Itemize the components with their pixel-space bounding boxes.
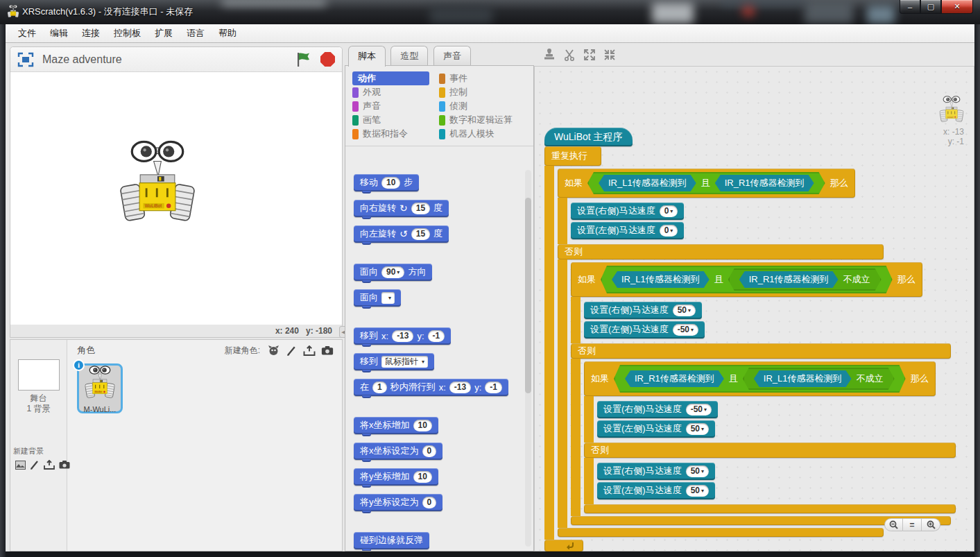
hat-block-main-program[interactable]: WuLiBot 主程序 [544,128,633,146]
camera-sprite-icon[interactable] [320,344,334,357]
if-else-block-1[interactable]: 如果 IR_L1传感器检测到 且 IR_R1传感器检测到 那么 [558,169,956,537]
number-dropdown[interactable]: 90▾ [381,266,404,278]
palette-scrollbar[interactable] [525,170,531,547]
category-operators[interactable]: 数字和逻辑运算 [439,113,531,127]
menu-item-5[interactable]: 语言 [180,25,212,42]
and-operator[interactable]: IR_L1传感器检测到 且 IR_R1传感器检测到 不成立 [601,266,893,293]
robot-sprite-on-stage[interactable] [120,140,195,230]
sensor-ir-l1[interactable]: IR_L1传感器检测到 [754,370,852,387]
number-input[interactable]: -13 [449,382,471,393]
block-point-direction[interactable]: 面向90▾方向 [354,264,432,281]
sensor-ir-l1[interactable]: IR_L1传感器检测到 [612,271,710,288]
script-stack[interactable]: WuLiBot 主程序 重复执行 如果 IR_L1传感器检测到 [544,128,956,551]
block-set-x[interactable]: 将x坐标设定为0 [354,443,442,460]
and-operator[interactable]: IR_R1传感器检测到 且 IR_L1传感器检测到 不成立 [614,365,906,393]
number-input[interactable]: -1 [428,330,445,342]
block-set-y[interactable]: 将y坐标设定为0 [354,494,442,511]
zoom-out-icon[interactable] [884,518,903,531]
block-turn-left[interactable]: 向左旋转↺15度 [354,225,449,243]
number-input[interactable]: 10 [413,471,432,483]
set-right-motor-block[interactable]: 设置(右侧)马达速度 0▾ [571,203,684,220]
upload-sprite-icon[interactable] [302,344,316,357]
palette-scrollbar-thumb[interactable] [525,198,531,393]
set-left-motor-block[interactable]: 设置(左侧)马达速度 0▾ [571,222,684,239]
set-left-motor-block[interactable]: 设置(左侧)马达速度 -50▾ [584,321,705,339]
menu-item-6[interactable]: 帮助 [212,25,243,42]
block-point-towards[interactable]: 面向▾ [354,289,401,307]
number-input[interactable]: 0 [422,445,437,457]
minimize-button[interactable]: – [900,0,920,14]
block-turn-right[interactable]: 向右旋转↻15度 [354,200,449,217]
shrink-icon[interactable] [603,48,617,62]
category-events[interactable]: 事件 [439,71,531,85]
number-input[interactable]: 15 [411,203,430,214]
script-canvas[interactable]: x: -13 y: -1 WuLiBot 主程序 重复执行 如果 [534,66,974,551]
number-input[interactable]: 1 [372,382,387,393]
close-button[interactable]: ✕ [941,0,973,14]
tab-scripts[interactable]: 脚本 [348,46,386,67]
set-left-motor-block[interactable]: 设置(左侧)马达速度 50▾ [597,482,715,499]
dropdown-input[interactable]: ▾ [381,292,395,304]
not-operator[interactable]: IR_R1传感器检测到 不成立 [728,268,882,291]
zoom-in-icon[interactable] [922,518,940,531]
block-bounce-on-edge[interactable]: 碰到边缘就反弹 [354,532,429,549]
info-icon[interactable]: i [73,359,85,371]
dropdown-input[interactable]: 鼠标指针▾ [381,356,428,368]
category-control[interactable]: 控制 [439,85,531,99]
menu-item-2[interactable]: 连接 [75,25,107,42]
and-operator[interactable]: IR_L1传感器检测到 且 IR_R1传感器检测到 [587,172,825,194]
menu-item-4[interactable]: 扩展 [148,25,180,42]
block-move-steps[interactable]: 移动10步 [354,174,419,191]
title-bar[interactable]: XRScratch(v1.6.3) - 没有连接串口 - 未保存 – ▢ ✕ [0,0,980,24]
number-input[interactable]: 15 [411,228,430,240]
category-sound[interactable]: 声音 [352,99,439,113]
new-sprite-library-icon[interactable] [266,344,280,357]
category-looks[interactable]: 外观 [352,85,439,99]
menu-item-1[interactable]: 编辑 [43,25,75,42]
menu-item-3[interactable]: 控制板 [107,25,148,42]
block-change-y[interactable]: 将y坐标增加10 [354,468,438,486]
block-glide-to[interactable]: 在1秒内滑行到x:-13y:-1 [354,379,508,396]
number-input[interactable]: 0 [422,497,437,508]
backdrop-library-icon[interactable] [15,459,26,471]
stop-icon[interactable] [320,52,335,67]
stage-canvas[interactable] [10,72,342,325]
block-goto-xy[interactable]: 移到x:-13y:-1 [354,327,451,345]
number-input[interactable]: 10 [413,420,432,431]
stage-thumbnail[interactable] [18,359,60,391]
maximize-button[interactable]: ▢ [920,0,941,14]
green-flag-icon[interactable] [295,51,312,68]
sensor-ir-r1[interactable]: IR_R1传感器检测到 [625,370,724,387]
set-right-motor-block[interactable]: 设置(右侧)马达速度 50▾ [597,463,715,480]
category-sensing[interactable]: 侦测 [439,99,531,113]
set-right-motor-block[interactable]: 设置(右侧)马达速度 -50▾ [597,401,718,418]
not-operator[interactable]: IR_L1传感器检测到 不成立 [743,368,895,390]
paint-new-sprite-icon[interactable] [284,344,298,357]
number-input[interactable]: 10 [381,177,400,189]
upload-backdrop-icon[interactable] [44,459,55,471]
category-data[interactable]: 数据和指令 [352,127,439,141]
set-left-motor-block[interactable]: 设置(左侧)马达速度 50▾ [597,420,715,438]
zoom-reset-button[interactable]: = [903,518,922,531]
tab-costumes[interactable]: 造型 [390,46,428,65]
set-right-motor-block[interactable]: 设置(右侧)马达速度 50▾ [584,302,702,319]
block-change-x[interactable]: 将x坐标增加10 [354,417,438,434]
number-input[interactable]: -13 [392,330,413,342]
forever-block[interactable]: 重复执行 如果 IR_L1传感器检测到 且 IR_R1传感器检测到 [544,146,956,551]
number-input[interactable]: -1 [485,382,502,393]
menu-item-0[interactable]: 文件 [11,25,43,42]
tab-sounds[interactable]: 声音 [433,46,471,65]
sensor-ir-r1[interactable]: IR_R1传感器检测到 [739,271,839,288]
sensor-ir-l1[interactable]: IR_L1传感器检测到 [599,175,696,191]
category-motion[interactable]: 动作 [352,71,429,85]
sensor-ir-r1[interactable]: IR_R1传感器检测到 [715,175,814,191]
if-else-block-3[interactable]: 如果 IR_R1传感器检测到 且 IR_L1传感器检测到 [584,361,956,513]
sprite-thumbnail-selected[interactable]: i M-WuLi... [77,363,123,413]
paintbrush-icon[interactable] [30,459,40,471]
stamp-icon[interactable] [542,48,556,62]
if-else-block-2[interactable]: 如果 IR_L1传感器检测到 且 IR_R1传感器检测到 不成立 [571,262,956,525]
stage-column[interactable]: 舞台 1 背景 新建背景 [10,340,67,551]
category-pen[interactable]: 画笔 [352,113,439,127]
fullscreen-icon[interactable] [17,52,34,67]
block-goto-mouse[interactable]: 移到鼠标指针▾ [354,353,434,370]
